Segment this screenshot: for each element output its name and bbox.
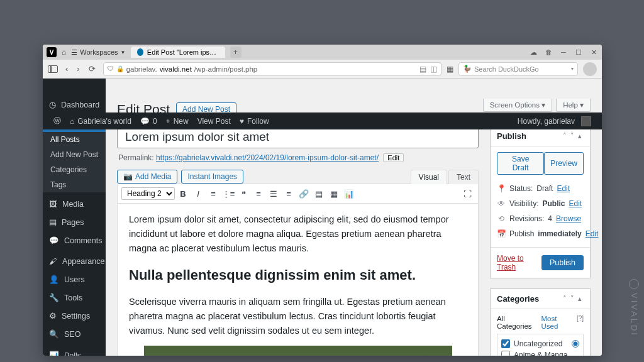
- toggle-icon[interactable]: ▴: [576, 295, 584, 303]
- sidebar-item-seo[interactable]: 🔍SEO: [43, 325, 106, 343]
- category-list: Uncategorized Anime & Manga Browser Desi…: [497, 334, 584, 356]
- sidebar-item-appearance[interactable]: 🖌Appearance: [43, 253, 106, 270]
- sidebar-item-media[interactable]: 🖼Media: [43, 195, 106, 213]
- panel-toggle-icon[interactable]: [48, 65, 58, 73]
- wp-logo-icon[interactable]: ⓦ: [49, 116, 65, 126]
- italic-button[interactable]: I: [191, 187, 205, 200]
- sidebar-item-pages[interactable]: ▤Pages: [43, 213, 106, 231]
- page-icon: ▤: [49, 217, 57, 227]
- sidebar-item-dashboard[interactable]: ◷Dashboard: [43, 96, 106, 114]
- editor-content[interactable]: Lorem ipsum dolor sit amet, consectetur …: [118, 204, 478, 356]
- align-center-button[interactable]: ☰: [267, 187, 280, 200]
- url-input[interactable]: 🛡 🔒 gabrielav.vivaldi.net/wp-admin/post.…: [103, 62, 441, 76]
- chevron-down-icon: ▼: [121, 50, 126, 55]
- workspaces-menu[interactable]: ☰ Workspaces ▼: [71, 48, 125, 57]
- comment-icon: 💬: [140, 117, 150, 126]
- screen-options-button[interactable]: Screen Options ▾: [483, 99, 552, 112]
- browser-tab[interactable]: Edit Post "Lorem ipsum dol: [131, 47, 225, 58]
- brush-icon: 🖌: [49, 257, 57, 266]
- plus-icon: +: [166, 117, 170, 126]
- back-button[interactable]: ‹: [63, 63, 70, 75]
- cat-help-icon[interactable]: [?]: [577, 315, 584, 330]
- toggle-icon[interactable]: ▴: [576, 132, 584, 140]
- add-media-button[interactable]: 📷Add Media: [117, 170, 177, 184]
- number-list-button[interactable]: ⋮≡: [221, 187, 235, 200]
- sidebar-item-tools[interactable]: 🔧Tools: [43, 288, 106, 307]
- content-image: [144, 346, 452, 356]
- vivaldi-icon[interactable]: V: [47, 47, 57, 57]
- workspaces-icon: ☰: [71, 48, 77, 57]
- more-button[interactable]: ▤: [312, 187, 326, 200]
- submenu-tags[interactable]: Tags: [43, 177, 106, 192]
- search-engine-icon: 🦆: [463, 65, 472, 73]
- format-select[interactable]: Heading 2: [121, 187, 175, 200]
- category-item[interactable]: Uncategorized: [501, 338, 579, 349]
- align-left-button[interactable]: ≡: [252, 187, 265, 200]
- submenu-all-posts[interactable]: All Posts: [43, 132, 106, 147]
- sidebar-item-comments[interactable]: 💬Comments: [43, 231, 106, 250]
- chart-button[interactable]: 📊: [342, 187, 356, 200]
- polls-icon: 📊: [49, 351, 59, 356]
- save-draft-button[interactable]: Save Draft: [497, 152, 544, 175]
- address-bar: ‹ › ⟳ 🛡 🔒 gabrielav.vivaldi.net/wp-admin…: [43, 60, 602, 79]
- visibility-edit-link[interactable]: Edit: [569, 199, 582, 208]
- follow-link[interactable]: ♥Follow: [235, 117, 274, 126]
- move-down-icon[interactable]: ˅: [569, 132, 576, 140]
- instant-images-button[interactable]: Instant Images: [181, 170, 243, 184]
- link-button[interactable]: 🔗: [297, 187, 311, 200]
- content-paragraph: Scelerisque viverra mauris in aliquam se…: [129, 295, 467, 339]
- schedule-edit-link[interactable]: Edit: [586, 229, 599, 238]
- sidebar-item-settings[interactable]: ⚙Settings: [43, 307, 106, 325]
- quote-button[interactable]: ❝: [236, 187, 250, 200]
- permalink-link[interactable]: https://gabrielav.vivaldi.net/2024/02/19…: [156, 153, 379, 162]
- editor-tab-text[interactable]: Text: [448, 170, 479, 184]
- move-down-icon[interactable]: ˅: [569, 295, 576, 303]
- search-input[interactable]: 🦆 Search DuckDuckGo ▾: [458, 62, 578, 76]
- comments-link[interactable]: 💬0: [136, 117, 162, 126]
- revisions-icon: ⟲: [497, 214, 506, 223]
- qr-icon[interactable]: ▦: [447, 65, 453, 74]
- submenu-add-new[interactable]: Add New Post: [43, 147, 106, 162]
- reload-button[interactable]: ⟳: [86, 63, 98, 75]
- bookmark-icon[interactable]: ◫: [430, 65, 437, 74]
- toolbar-toggle-button[interactable]: ▦: [327, 187, 341, 200]
- site-name-link[interactable]: ⌂Gabriela's world: [65, 117, 136, 126]
- minimize-button[interactable]: ─: [559, 48, 568, 56]
- new-content-link[interactable]: +New: [162, 117, 193, 126]
- status-edit-link[interactable]: Edit: [557, 184, 570, 193]
- sidebar-item-polls[interactable]: 📊Polls: [43, 346, 106, 356]
- profile-avatar[interactable]: [583, 62, 597, 76]
- trash-icon[interactable]: 🗑: [544, 48, 553, 56]
- category-item[interactable]: Anime & Manga: [501, 349, 579, 356]
- account-link[interactable]: Howdy, gabrielav: [513, 116, 596, 126]
- move-up-icon[interactable]: ˄: [561, 132, 569, 140]
- view-post-link[interactable]: View Post: [193, 117, 235, 126]
- move-to-trash-link[interactable]: Move to Trash: [497, 254, 541, 272]
- publish-button[interactable]: Publish: [541, 255, 584, 270]
- permalink-edit-button[interactable]: Edit: [383, 153, 404, 162]
- bold-button[interactable]: B: [176, 187, 190, 200]
- publish-box: Publish ˄ ˅ ▴ Save Draft Preview 📍Status…: [490, 126, 591, 278]
- forward-button[interactable]: ›: [74, 63, 82, 75]
- fullscreen-button[interactable]: ⛶: [460, 187, 474, 200]
- maximize-button[interactable]: ☐: [574, 48, 583, 57]
- help-button[interactable]: Help ▾: [556, 99, 591, 112]
- close-button[interactable]: ✕: [589, 48, 598, 57]
- bullet-list-button[interactable]: ≡: [206, 187, 220, 200]
- new-tab-button[interactable]: +: [230, 47, 242, 58]
- workspaces-label: Workspaces: [80, 48, 118, 56]
- reader-icon[interactable]: ▤: [419, 65, 426, 74]
- preview-button[interactable]: Preview: [544, 152, 584, 175]
- align-right-button[interactable]: ≡: [282, 187, 296, 200]
- cat-tab-used[interactable]: Most Used: [541, 315, 570, 330]
- cloud-icon[interactable]: ☁: [529, 48, 538, 57]
- move-up-icon[interactable]: ˄: [561, 295, 569, 303]
- sidebar-item-users[interactable]: 👤Users: [43, 270, 106, 288]
- search-placeholder: Search DuckDuckGo: [474, 65, 539, 73]
- browse-revisions-link[interactable]: Browse: [556, 214, 581, 223]
- heart-icon: ♥: [240, 117, 244, 126]
- cat-tab-all[interactable]: All Categories: [497, 315, 535, 330]
- editor-tab-visual[interactable]: Visual: [411, 170, 447, 184]
- submenu-categories[interactable]: Categories: [43, 162, 106, 177]
- home-icon[interactable]: ⌂: [62, 48, 66, 57]
